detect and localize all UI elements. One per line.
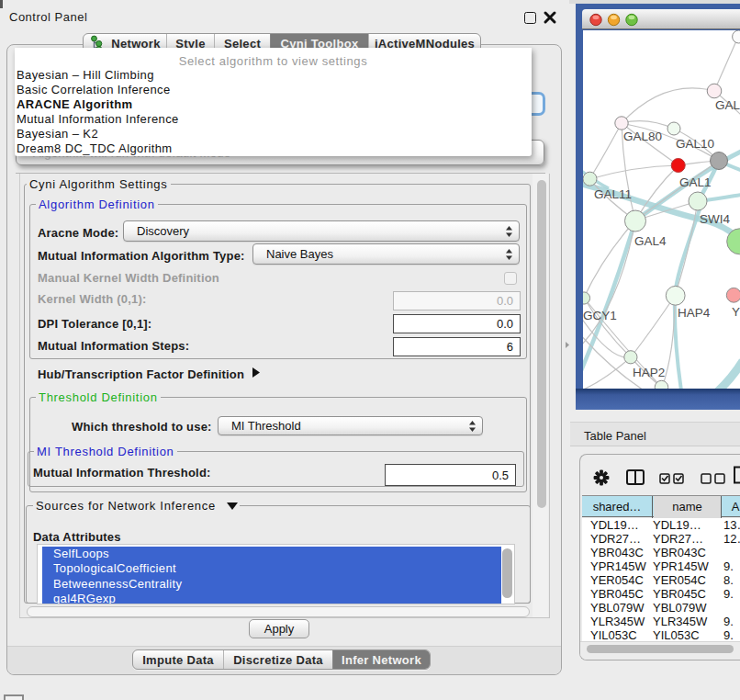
svg-text:GAL11: GAL11: [594, 187, 632, 201]
svg-text:Y: Y: [732, 305, 740, 319]
svg-text:GCY1: GCY1: [583, 309, 617, 322]
svg-text:GAL10: GAL10: [676, 137, 714, 151]
svg-text:HAP4: HAP4: [678, 306, 711, 320]
svg-text:GAL: GAL: [715, 98, 740, 112]
svg-text:GAL80: GAL80: [623, 130, 662, 143]
svg-text:HAP2: HAP2: [633, 366, 665, 379]
svg-text:GAL4: GAL4: [634, 234, 667, 248]
svg-text:SWI4: SWI4: [700, 212, 730, 226]
svg-text:GAL1: GAL1: [679, 175, 712, 189]
